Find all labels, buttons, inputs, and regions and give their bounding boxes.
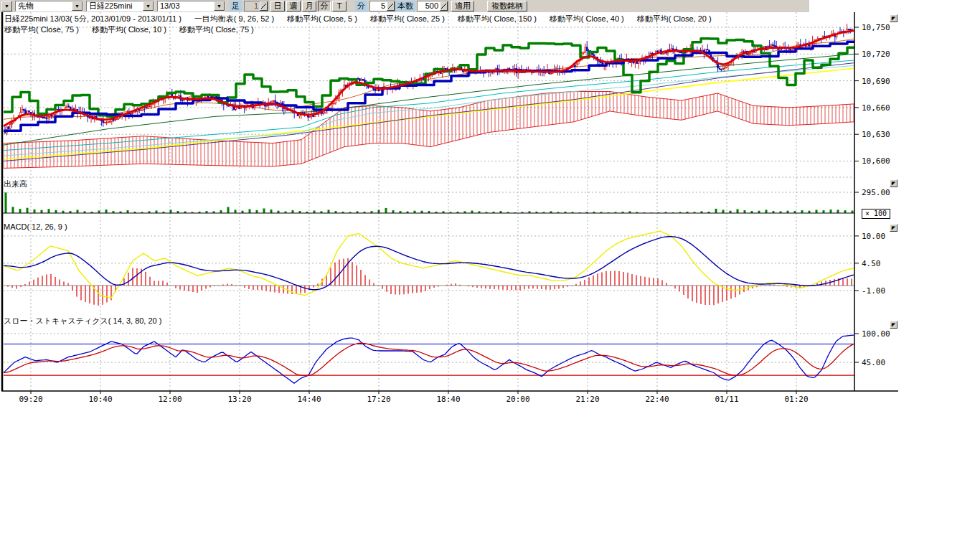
stoch-axis-label: 100.00 [862,329,890,339]
x-axis-label: 20:00 [506,395,529,404]
contract-combobox[interactable]: 13/03 ▼ [157,1,225,11]
price-axis-label: 10,630 [862,130,890,139]
price-axis-label: 10,660 [862,103,890,113]
app-window: { "toolbar": { "mini_dropdown_icon": "▼"… [0,0,980,551]
x-axis-label: 10:40 [88,395,112,404]
macd-axis-label: 4.50 [862,259,881,268]
chart-canvas[interactable] [0,0,980,551]
period-month-button[interactable]: 月 [302,1,316,11]
price-axis-label: 10,690 [862,77,890,86]
x-axis-label: 13:20 [227,395,251,404]
bars-spinner[interactable]: 500 [417,1,448,11]
stoch-axis-label: 45.00 [862,358,885,367]
multi-symbol-button[interactable]: 複数銘柄 [487,1,527,11]
pane-resize-button-stoch[interactable]: ◤ [890,321,897,329]
x-axis-label: 01:20 [784,395,808,404]
pane-resize-button-macd[interactable]: ◤ [890,224,897,232]
price-axis-label: 10,750 [862,23,890,32]
period-day-button[interactable]: 日 [270,1,285,11]
bars-label: 本数 [395,1,415,11]
dropdown-arrow-icon[interactable]: ▼ [214,1,225,11]
volume-pane-label: 出来高 [4,179,27,189]
volume-axis-label: 295.00 [862,188,890,197]
x-axis-label: 17:20 [367,395,390,404]
dropdown-arrow-icon[interactable]: ▼ [72,1,83,11]
macd-axis-label: -1.00 [862,286,885,296]
indicator-ma150-label: 移動平均( Close, 150 ) [458,14,537,23]
period-tick-button[interactable]: T [332,1,347,11]
minute-value: 5 [370,1,387,11]
x-axis-label: 21:20 [575,395,599,404]
mini-dropdown-button[interactable]: ▼ [1,1,12,11]
stoch-pane-label: スロー・ストキャスティクス( 14, 3, 80, 20 ) [4,316,161,326]
symbol-value: 日経225mini [87,1,143,11]
category-combobox[interactable]: 先物 ▼ [15,1,83,11]
symbol-combobox[interactable]: 日経225mini ▼ [86,1,154,11]
ashi-value: 1 [245,1,260,11]
indicator-ma20-label: 移動平均( Close, 20 ) [637,14,712,23]
bars-value: 500 [418,1,440,11]
indicator-ma75-label: 移動平均( Close, 75 ) [4,25,79,34]
volume-multiplier-box: × 100 [862,209,890,219]
category-value: 先物 [16,1,72,11]
apply-button[interactable]: 適用 [451,1,474,11]
indicator-ma25-label: 移動平均( Close, 25 ) [370,14,445,23]
period-minute-button[interactable]: 分 [318,1,331,11]
toolbar: ▼ 先物 ▼ 日経225mini ▼ 13/03 ▼ 足 1 日 週 月 分 T… [0,0,809,12]
x-axis-label: 01/11 [715,395,738,404]
dropdown-arrow-icon[interactable]: ▼ [143,1,154,11]
pane-resize-button-main[interactable]: ◤ [890,14,897,22]
spinner-button[interactable] [387,1,395,11]
price-axis-label: 10,720 [862,50,890,59]
chart-title: 日経225mini 13/03( 5分, 2013/01/09 - 2013/0… [4,14,182,23]
indicator-ma75b-label: 移動平均( Close, 75 ) [179,25,254,34]
macd-pane-label: MACD( 12, 26, 9 ) [4,222,67,231]
chart-header-line2: 移動平均( Close, 75 )移動平均( Close, 10 )移動平均( … [4,24,267,35]
pane-resize-button-volume[interactable]: ◤ [890,179,897,187]
gridlines [4,12,854,394]
x-axis-label: 22:40 [645,395,669,404]
period-week-button[interactable]: 週 [286,1,301,11]
indicator-ma40-label: 移動平均( Close, 40 ) [550,14,624,23]
indicator-ma10-label: 移動平均( Close, 10 ) [92,25,166,34]
indicator-ma5-label: 移動平均( Close, 5 ) [287,14,357,23]
price-axis-label: 10,600 [862,156,890,166]
macd-axis-label: 10.00 [862,232,885,241]
ashi-spinner[interactable]: 1 [244,1,268,11]
x-axis-label: 09:20 [19,395,42,404]
x-axis-label: 12:00 [158,395,182,404]
x-axis-label: 18:40 [436,395,460,404]
spinner-button[interactable] [440,1,448,11]
indicator-ichimoku-label: 一目均衡表( 9, 26, 52 ) [194,14,274,23]
x-axis-label: 14:40 [297,395,321,404]
spinner-button[interactable] [260,1,268,11]
contract-value: 13/03 [158,1,214,11]
ashi-label: 足 [230,1,242,11]
chart-header-line1: 日経225mini 13/03( 5分, 2013/01/09 - 2013/0… [4,14,725,24]
minute-spinner[interactable]: 5 [369,1,395,11]
minute-label: 分 [355,1,367,11]
